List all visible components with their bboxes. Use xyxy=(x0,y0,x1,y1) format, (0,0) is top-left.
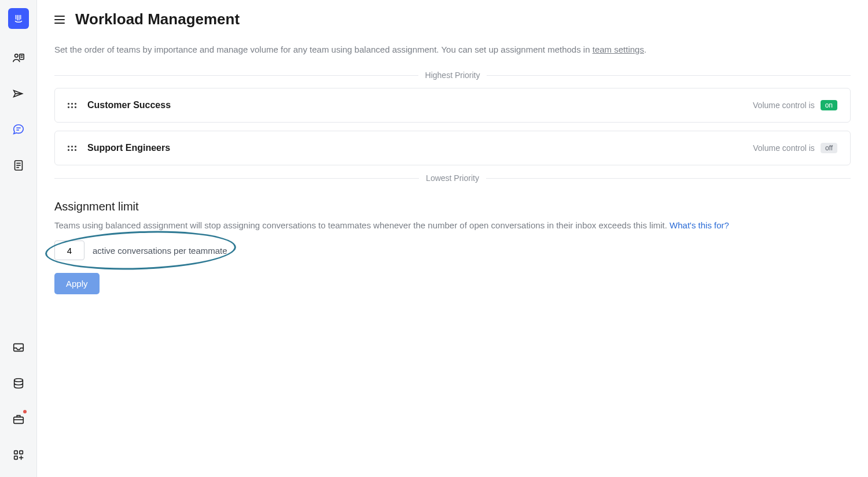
nav-briefcase[interactable] xyxy=(7,408,30,431)
divider-line xyxy=(486,178,851,179)
assignment-limit-desc: Teams using balanced assignment will sto… xyxy=(54,220,851,230)
nav-inbox[interactable] xyxy=(7,336,30,359)
svg-point-5 xyxy=(14,54,17,58)
svg-rect-16 xyxy=(13,344,23,352)
volume-control-label: Volume control is xyxy=(753,101,815,110)
team-name: Customer Success xyxy=(87,100,753,110)
send-icon xyxy=(12,87,25,100)
main-content: Workload Management Set the order of tea… xyxy=(37,0,868,477)
nav-send[interactable] xyxy=(7,82,30,105)
volume-badge-on[interactable]: on xyxy=(821,100,837,110)
briefcase-icon xyxy=(12,413,25,426)
drag-handle-icon[interactable] xyxy=(68,146,77,151)
desc-text: Set the order of teams by importance and… xyxy=(54,45,593,54)
highest-priority-divider: Highest Priority xyxy=(54,71,851,80)
chat-icon xyxy=(12,123,25,136)
team-row[interactable]: Customer Success Volume control is on xyxy=(54,88,851,123)
assignment-limit-row: active conversations per teammate xyxy=(54,241,227,260)
assignment-limit-input[interactable] xyxy=(54,241,84,260)
apps-add-icon xyxy=(12,449,25,461)
document-icon xyxy=(12,159,25,172)
nav-chat[interactable] xyxy=(7,118,30,141)
stack-icon xyxy=(12,377,25,390)
whats-this-for-link[interactable]: What's this for? xyxy=(670,220,729,230)
assignment-limit-title: Assignment limit xyxy=(54,200,851,213)
apply-button[interactable]: Apply xyxy=(54,273,100,294)
volume-badge-off[interactable]: off xyxy=(821,143,837,153)
inbox-icon xyxy=(12,341,25,354)
divider-line xyxy=(54,75,418,76)
drag-handle-icon[interactable] xyxy=(68,103,77,108)
nav-document[interactable] xyxy=(7,154,30,177)
team-row[interactable]: Support Engineers Volume control is off xyxy=(54,131,851,165)
volume-control-label: Volume control is xyxy=(753,143,815,153)
page-description: Set the order of teams by importance and… xyxy=(54,45,851,54)
team-name: Support Engineers xyxy=(87,143,753,153)
page-title: Workload Management xyxy=(75,10,240,28)
desc-text-after: . xyxy=(644,45,646,54)
lowest-priority-label: Lowest Priority xyxy=(426,173,479,183)
nav-apps[interactable] xyxy=(7,443,30,467)
svg-rect-18 xyxy=(13,417,23,423)
assignment-limit-desc-text: Teams using balanced assignment will sto… xyxy=(54,220,670,230)
nav-stack[interactable] xyxy=(7,372,30,395)
nav-contacts[interactable] xyxy=(7,46,30,69)
menu-toggle[interactable] xyxy=(54,16,65,24)
contacts-icon xyxy=(12,51,25,64)
assignment-limit-suffix: active conversations per teammate xyxy=(93,246,227,256)
svg-rect-22 xyxy=(14,456,17,460)
team-settings-link[interactable]: team settings xyxy=(593,45,644,54)
sidebar xyxy=(0,0,37,477)
app-logo[interactable] xyxy=(8,8,29,29)
svg-point-17 xyxy=(14,379,23,382)
header-row: Workload Management xyxy=(54,10,851,28)
divider-line xyxy=(487,75,851,76)
notification-dot-icon xyxy=(23,410,27,413)
intercom-logo-icon xyxy=(12,12,25,25)
lowest-priority-divider: Lowest Priority xyxy=(54,173,851,183)
highest-priority-label: Highest Priority xyxy=(425,71,480,80)
divider-line xyxy=(54,178,419,179)
svg-rect-21 xyxy=(19,451,23,454)
svg-rect-20 xyxy=(14,451,17,454)
svg-rect-6 xyxy=(19,54,23,60)
